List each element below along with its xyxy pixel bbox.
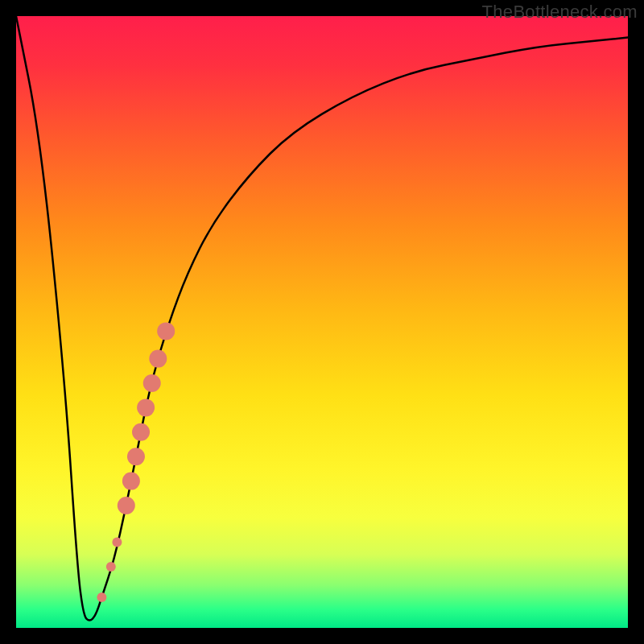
data-marker: [106, 562, 116, 572]
data-marker: [157, 322, 175, 340]
data-marker: [149, 350, 167, 368]
data-marker: [143, 374, 161, 392]
data-marker: [127, 448, 145, 465]
chart-overlay: [16, 16, 628, 628]
watermark-text: TheBottleneck.com: [482, 2, 638, 23]
data-marker: [97, 592, 106, 602]
bottleneck-curve: [16, 16, 628, 621]
data-marker: [132, 423, 150, 441]
data-marker: [118, 497, 135, 514]
marker-group: [97, 322, 175, 602]
data-marker: [137, 398, 155, 416]
data-marker: [112, 538, 122, 547]
data-marker: [122, 473, 140, 490]
chart-container: TheBottleneck.com: [0, 0, 644, 644]
